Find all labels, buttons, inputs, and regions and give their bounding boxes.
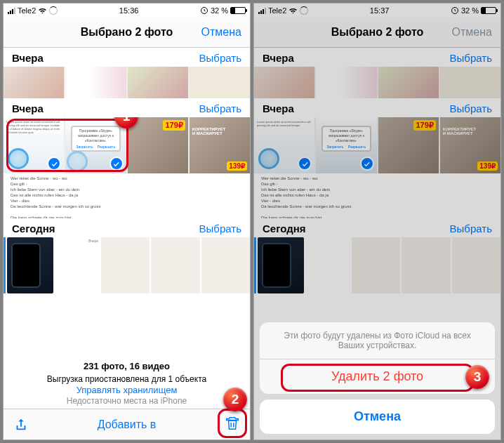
nav-bar: Выбрано 2 фото Отмена — [4, 18, 250, 48]
section-title: Вчера — [12, 52, 44, 64]
photo-thumb[interactable]: 179₽ — [128, 117, 188, 173]
cancel-button: Отмена — [443, 26, 492, 39]
sheet-cancel-button[interactable]: Отмена — [260, 399, 495, 434]
action-sheet: Эти фото будут удалены из Фото iCloud на… — [254, 317, 500, 439]
battery-pct: 32 % — [461, 6, 479, 15]
library-footer: 231 фото, 16 видео Выгрузка приостановле… — [4, 358, 250, 409]
step-badge-2: 2 — [223, 388, 247, 411]
screenshot-left: Tele2 15:36 32 % Выбрано 2 фото Отмена В… — [3, 3, 251, 440]
photo-thumb-selected[interactable]: Программа «Skype»запрашивает доступ к«Ко… — [65, 117, 126, 173]
loading-icon — [300, 6, 308, 15]
summary-label: 231 фото, 16 видео — [6, 361, 247, 371]
battery-icon — [230, 7, 246, 14]
photo-thumb[interactable]: Вчера — [55, 237, 100, 293]
photo-row — [4, 67, 250, 98]
photo-row-today: Вчера — [4, 237, 250, 293]
photo-thumb[interactable]: КОРРЕКТИРУЕТИ МАСКИРУЕТ 139₽ — [190, 117, 250, 173]
status-bar: Tele2 15:37 32 % — [254, 4, 500, 18]
select-all-button[interactable]: Выбрать — [199, 52, 241, 64]
section-header-yesterday-1: Вчера Выбрать — [4, 48, 250, 67]
sheet-message: Эти фото будут удалены из Фото iCloud на… — [260, 322, 495, 359]
signal-icon — [8, 7, 15, 14]
photo-thumb[interactable] — [190, 67, 250, 98]
section-title: Сегодня — [12, 223, 55, 234]
nav-bar: Выбрано 2 фото Отмена — [254, 18, 500, 48]
share-icon[interactable] — [13, 417, 29, 432]
wifi-icon — [38, 7, 47, 14]
bottom-toolbar: Добавить в 2 — [4, 409, 250, 439]
carrier-label: Tele2 — [268, 6, 286, 15]
nav-title: Выбрано 2 фото — [312, 26, 443, 39]
manage-storage-link[interactable]: Управлять хранилищем — [6, 385, 247, 395]
section-header-today: Сегодня Выбрать — [4, 218, 250, 237]
trash-icon[interactable] — [225, 416, 240, 431]
checkmark-icon — [110, 157, 124, 171]
rotation-lock-icon — [451, 6, 459, 15]
section-header-yesterday-2: Вчера Выбрать — [4, 98, 250, 117]
photo-thumb-selected[interactable]: Lorem ipsum dolor sit amet consectetur a… — [4, 117, 64, 173]
photo-thumb[interactable] — [7, 237, 53, 293]
loading-icon — [49, 6, 58, 15]
nav-title: Выбрано 2 фото — [61, 26, 192, 39]
no-space-label: Недостаточно места на iPhone — [6, 396, 247, 406]
photo-thumb[interactable] — [65, 67, 126, 98]
section-title: Вчера — [12, 103, 44, 114]
wifi-icon — [289, 7, 298, 14]
price-tag: 179₽ — [163, 120, 185, 131]
battery-icon — [481, 7, 496, 14]
rotation-lock-icon — [200, 6, 208, 15]
signal-icon — [258, 7, 266, 14]
step-badge-3: 3 — [465, 365, 489, 389]
status-bar: Tele2 15:36 32 % — [4, 4, 250, 18]
photo-row-selected: 1 Lorem ipsum dolor sit amet consectetur… — [4, 117, 250, 173]
battery-pct: 32 % — [211, 6, 228, 15]
add-to-button[interactable]: Добавить в — [98, 418, 157, 431]
clock: 15:36 — [119, 6, 139, 15]
clock: 15:37 — [370, 6, 390, 15]
upload-status: Выгрузка приостановлена для 1 объекта — [6, 374, 247, 384]
photo-thumb[interactable] — [4, 67, 64, 98]
photo-thumb[interactable] — [101, 237, 250, 293]
select-all-button[interactable]: Выбрать — [199, 223, 241, 234]
photo-thumb[interactable] — [128, 67, 188, 98]
select-all-button[interactable]: Выбрать — [199, 103, 241, 114]
cancel-button[interactable]: Отмена — [192, 26, 241, 39]
delete-photos-button[interactable]: Удалить 2 фото — [260, 359, 495, 394]
carrier-label: Tele2 — [18, 6, 36, 15]
price-tag: 139₽ — [227, 161, 247, 171]
text-photo-thumb[interactable]: Wer reitet die Sonne - wo - woDas gilt -… — [4, 173, 250, 218]
screenshot-right: Tele2 15:37 32 % Выбрано 2 фото Отмена В… — [253, 3, 501, 440]
